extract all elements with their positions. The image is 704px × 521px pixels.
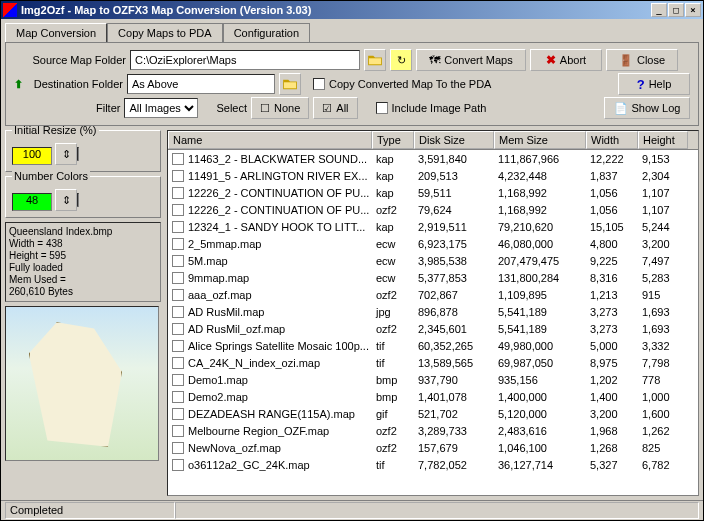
table-row[interactable]: 9mmap.mapecw5,377,853131,800,2848,3165,2… — [168, 269, 698, 286]
col-mem[interactable]: Mem Size — [494, 131, 586, 149]
tab-copy-maps[interactable]: Copy Maps to PDA — [107, 23, 223, 42]
window-title: Img2Ozf - Map to OZFX3 Map Conversion (V… — [21, 4, 651, 16]
filter-select[interactable]: All Images — [124, 98, 198, 118]
select-none-button[interactable]: ☐None — [251, 97, 309, 119]
select-all-button[interactable]: ☑All — [313, 97, 357, 119]
row-checkbox[interactable] — [172, 340, 184, 352]
resize-spinner[interactable]: ⇕ — [55, 143, 77, 165]
all-icon: ☑ — [322, 102, 332, 115]
colors-checkbox[interactable] — [77, 193, 79, 207]
table-row[interactable]: 2_5mmap.mapecw6,923,17546,080,0004,8003,… — [168, 235, 698, 252]
help-button[interactable]: ?Help — [618, 73, 690, 95]
browse-source-button[interactable] — [364, 49, 386, 71]
status-text: Completed — [5, 502, 175, 519]
table-row[interactable]: Melbourne Region_OZF.mapozf23,289,7332,4… — [168, 422, 698, 439]
include-path-label: Include Image Path — [392, 102, 487, 114]
table-row[interactable]: Alice Springs Satellite Mosaic 100p...ti… — [168, 337, 698, 354]
convert-icon: 🗺 — [429, 54, 440, 66]
convert-maps-button[interactable]: 🗺Convert Maps — [416, 49, 526, 71]
include-path-checkbox[interactable] — [376, 102, 388, 114]
info-box: Queensland Index.bmp Width = 438 Height … — [5, 222, 161, 302]
col-width[interactable]: Width — [586, 131, 638, 149]
tab-configuration[interactable]: Configuration — [223, 23, 310, 42]
row-checkbox[interactable] — [172, 238, 184, 250]
row-checkbox[interactable] — [172, 306, 184, 318]
table-row[interactable]: 5M.mapecw3,985,538207,479,4759,2257,497 — [168, 252, 698, 269]
table-row[interactable]: 12324_1 - SANDY HOOK TO LITT...kap2,919,… — [168, 218, 698, 235]
row-checkbox[interactable] — [172, 221, 184, 233]
maximize-button[interactable]: □ — [668, 3, 684, 17]
show-log-button[interactable]: 📄Show Log — [604, 97, 690, 119]
col-disk[interactable]: Disk Size — [414, 131, 494, 149]
help-icon: ? — [637, 77, 645, 92]
row-checkbox[interactable] — [172, 459, 184, 471]
copy-pda-checkbox[interactable] — [313, 78, 325, 90]
col-name[interactable]: Name — [168, 131, 372, 149]
row-checkbox[interactable] — [172, 204, 184, 216]
source-folder-input[interactable] — [130, 50, 360, 70]
colors-group: Number Colors 48 ⇕ — [5, 176, 161, 218]
map-preview — [5, 306, 159, 461]
row-checkbox[interactable] — [172, 357, 184, 369]
table-row[interactable]: aaa_ozf.mapozf2702,8671,109,8951,213915 — [168, 286, 698, 303]
up-arrow-icon[interactable]: ⬆ — [14, 78, 23, 91]
refresh-button[interactable]: ↻ — [390, 49, 412, 71]
minimize-button[interactable]: _ — [651, 3, 667, 17]
table-row[interactable]: Demo2.mapbmp1,401,0781,400,0001,4001,000 — [168, 388, 698, 405]
select-label: Select — [216, 102, 247, 114]
browse-dest-button[interactable] — [279, 73, 301, 95]
row-checkbox[interactable] — [172, 272, 184, 284]
colors-legend: Number Colors — [12, 170, 90, 182]
table-row[interactable]: DEZADEASH RANGE(115A).mapgif521,7025,120… — [168, 405, 698, 422]
table-row[interactable]: 11463_2 - BLACKWATER SOUND...kap3,591,84… — [168, 150, 698, 167]
row-checkbox[interactable] — [172, 289, 184, 301]
row-checkbox[interactable] — [172, 170, 184, 182]
table-row[interactable]: AD RusMil_ozf.mapozf22,345,6015,541,1893… — [168, 320, 698, 337]
folder-icon — [368, 54, 382, 66]
row-checkbox[interactable] — [172, 153, 184, 165]
row-checkbox[interactable] — [172, 425, 184, 437]
row-checkbox[interactable] — [172, 187, 184, 199]
row-checkbox[interactable] — [172, 408, 184, 420]
abort-button[interactable]: ✖Abort — [530, 49, 602, 71]
colors-spinner[interactable]: ⇕ — [55, 189, 77, 211]
map-list[interactable]: Name Type Disk Size Mem Size Width Heigh… — [167, 130, 699, 496]
log-icon: 📄 — [614, 102, 628, 115]
filter-label: Filter — [96, 102, 120, 114]
status-spacer — [175, 502, 699, 519]
table-row[interactable]: 12226_2 - CONTINUATION OF PU...kap59,511… — [168, 184, 698, 201]
toolbar-area: Source Map Folder ↻ 🗺Convert Maps ✖Abort… — [5, 42, 699, 126]
colors-value[interactable]: 48 — [12, 193, 52, 211]
copy-pda-label: Copy Converted Map To the PDA — [329, 78, 491, 90]
abort-icon: ✖ — [546, 53, 556, 67]
table-row[interactable]: 11491_5 - ARLINGTON RIVER EX...kap209,51… — [168, 167, 698, 184]
folder-icon — [283, 78, 297, 90]
resize-legend: Initial Resize (%) — [12, 126, 99, 136]
table-row[interactable]: Demo1.mapbmp937,790935,1561,202778 — [168, 371, 698, 388]
row-checkbox[interactable] — [172, 374, 184, 386]
resize-value[interactable]: 100 — [12, 147, 52, 165]
close-button[interactable]: 🚪Close — [606, 49, 678, 71]
resize-checkbox[interactable] — [77, 147, 79, 161]
col-type[interactable]: Type — [372, 131, 414, 149]
row-checkbox[interactable] — [172, 442, 184, 454]
titlebar: Img2Ozf - Map to OZFX3 Map Conversion (V… — [1, 1, 703, 19]
col-height[interactable]: Height — [638, 131, 688, 149]
statusbar: Completed — [1, 500, 703, 520]
row-checkbox[interactable] — [172, 255, 184, 267]
table-row[interactable]: AD RusMil.mapjpg896,8785,541,1893,2731,6… — [168, 303, 698, 320]
table-row[interactable]: NewNova_ozf.mapozf2157,6791,046,1001,268… — [168, 439, 698, 456]
table-row[interactable]: o36112a2_GC_24K.maptif7,782,05236,127,71… — [168, 456, 698, 473]
dest-folder-label: Destination Folder — [27, 78, 123, 90]
none-icon: ☐ — [260, 102, 270, 115]
table-row[interactable]: CA_24K_N_index_ozi.maptif13,589,56569,98… — [168, 354, 698, 371]
close-window-button[interactable]: × — [685, 3, 701, 17]
door-icon: 🚪 — [619, 54, 633, 67]
tab-map-conversion[interactable]: Map Conversion — [5, 23, 107, 42]
app-icon — [3, 3, 17, 17]
row-checkbox[interactable] — [172, 391, 184, 403]
resize-group: Initial Resize (%) 100 ⇕ — [5, 130, 161, 172]
table-row[interactable]: 12226_2 - CONTINUATION OF PU...ozf279,62… — [168, 201, 698, 218]
row-checkbox[interactable] — [172, 323, 184, 335]
dest-folder-input[interactable] — [127, 74, 275, 94]
